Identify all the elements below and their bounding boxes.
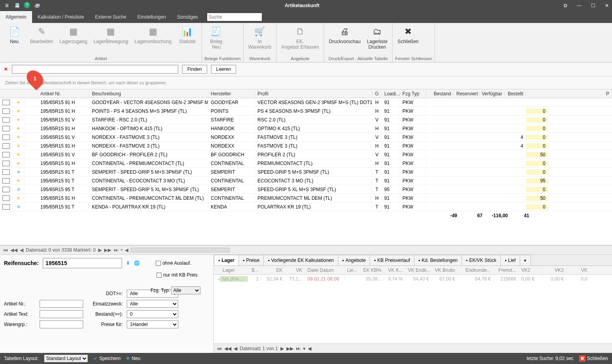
ribbon-statistik[interactable]: 📊Statistik: [175, 25, 199, 55]
search-row: ✕ Finden Leeren: [0, 63, 612, 76]
ribbon-lagerzugang[interactable]: ▦Lagerzugang: [57, 25, 90, 55]
maximize-icon[interactable]: ☐: [591, 3, 595, 8]
artikel-nr-input[interactable]: [40, 300, 83, 308]
table-row[interactable]: ☀195/65R15 91 VBF GOODRICH - PROFILER 2 …: [0, 150, 612, 159]
detail-record-bar: ⏮◀◀◀ Datensatz 1 von 1 ▶▶▶⏭ ▾ ◀: [214, 343, 612, 353]
tab-kalkulation[interactable]: Kalkulation / Preisliste: [32, 11, 90, 23]
tab-allgemein[interactable]: Allgemein: [0, 11, 32, 23]
flag-icon[interactable]: 🚑: [33, 2, 40, 9]
table-row[interactable]: ☀195/65R15 91 VSTARFIRE - RSC 2.0 (TL)ST…: [0, 116, 612, 124]
nav-scroll-left-icon[interactable]: ◀: [125, 247, 128, 253]
table-row[interactable]: ☀195/65R15 91 HCONTINENTAL - PREMIUMCONT…: [0, 194, 612, 203]
einsatz-select[interactable]: Alle: [127, 300, 178, 308]
detail-tab-preise[interactable]: ▪Preise: [238, 255, 264, 265]
ribbon-druckvorschau[interactable]: 🖨Druckvorschau: [326, 25, 363, 55]
ribbon: 📄Neu✎Bearbeiten▦Lagerzugang▦LagerBewegun…: [0, 23, 612, 63]
reifensuche-label: Reifensuche:: [4, 260, 39, 266]
ribbon-ek-angebot-erfassen[interactable]: 🗋EK.Angebot Erfassen: [279, 25, 321, 55]
clear-button[interactable]: Leeren: [211, 65, 236, 74]
table-row[interactable]: ❄195/65R15 91 TSEMPERIT - SPEED-GRIP 5 M…: [0, 168, 612, 176]
detail-tab-angebote[interactable]: ▪Angebote: [338, 255, 370, 265]
nav-prev-page-icon[interactable]: ◀◀: [10, 247, 17, 253]
detail-tabstrip: ▪Lager▪Preise▪Vorliegende EK Kalkulation…: [214, 255, 612, 266]
quick-icon-2[interactable]: 📇: [13, 2, 21, 9]
menu-search-input[interactable]: [207, 13, 262, 21]
globe-icon[interactable]: 🌐: [134, 260, 140, 266]
warengrp-input[interactable]: [40, 320, 83, 328]
window-title: Artikelauskunft: [40, 3, 564, 8]
titlebar: 🖥 📇 ? 🚑 Artikelauskunft ⧉ — ☐ ✕: [0, 0, 612, 11]
menubar: Allgemein Kalkulation / Preisliste Exter…: [0, 11, 612, 23]
last-search-text: letzte Suche: 9,02 sec: [527, 356, 574, 361]
quick-icon-1[interactable]: 🖥: [3, 2, 10, 9]
artikel-text-input[interactable]: [40, 310, 83, 318]
close-button[interactable]: ✖Schließen: [579, 355, 608, 362]
new-button[interactable]: ✚Neu: [126, 356, 140, 361]
main-grid: Artikel Nr. Beschreibung Hersteller Prof…: [0, 89, 612, 245]
nav-prev-icon[interactable]: ◀: [20, 247, 23, 253]
nav-last-icon[interactable]: ⏭: [114, 247, 118, 253]
ohne-auslauf-checkbox[interactable]: ohne Auslauf.: [156, 260, 191, 266]
grid-header: Artikel Nr. Beschreibung Hersteller Prof…: [0, 89, 612, 98]
nav-first-icon[interactable]: ⏮: [3, 247, 8, 253]
record-text: Datensatz 0 von 3338 Markiert: 0: [26, 247, 96, 253]
filter-icon[interactable]: ▾: [303, 346, 305, 351]
totals-row: -49 67 -116,00 41: [0, 211, 612, 220]
preise-select[interactable]: 1Handel: [127, 320, 178, 328]
table-row[interactable]: ❄195/65R15 95 TSEMPERIT - SPEED-GRIP 5 X…: [0, 185, 612, 194]
record-bar: ⏮ ◀◀ ◀ Datensatz 0 von 3338 Markiert: 0 …: [0, 245, 612, 255]
table-row[interactable]: ☀195/65R15 91 HPOINTS - PS 4 SEASONS M+S…: [0, 107, 612, 116]
h-scrollbar[interactable]: [131, 248, 230, 252]
bestand-select[interactable]: 0: [127, 310, 178, 318]
table-row[interactable]: ☀195/65R15 91 HHANKOOK - OPTIMO K 415 (T…: [0, 124, 612, 133]
table-row[interactable]: ☀195/65R15 91 HCONTINENTAL - PREMIUMCONT…: [0, 159, 612, 168]
ribbon-in-warenkorb[interactable]: 🛒InWarenkorb: [246, 25, 274, 55]
detail-tab-vorliegende-ek-kalkulationen[interactable]: ▪Vorliegende EK Kalkulationen: [263, 255, 338, 265]
ribbon-bearbeiten[interactable]: ✎Bearbeiten: [28, 25, 55, 55]
find-button[interactable]: Finden: [182, 65, 207, 74]
nav-next-icon[interactable]: ▶: [98, 247, 102, 253]
ribbon-neu[interactable]: 📄Neu: [2, 25, 26, 55]
close-icon[interactable]: ✕: [605, 3, 609, 8]
statusbar: Tabellen Layout: Standard Layout ✔Speich…: [0, 353, 612, 364]
minimize-icon[interactable]: —: [577, 3, 581, 8]
ribbon-lagerliste-drucken[interactable]: 🗂LagerlisteDrucken: [364, 25, 390, 55]
detail-row[interactable]: → tys (Fre...152,34 €73,1...09.02.21 08:…: [214, 275, 612, 283]
filter-panel: Reifensuche: ⬇ 🌐 ohne Auslauf. nur mit K…: [0, 255, 214, 353]
detail-tab-lager[interactable]: ▪Lager: [214, 255, 239, 265]
fzg-typ-select[interactable]: Alle: [171, 286, 200, 294]
ribbon-beleg-neu[interactable]: 🧾BelegNeu: [204, 25, 228, 55]
detail-tab-kd-bestellungen[interactable]: ▪Kd. Bestellungen: [414, 255, 462, 265]
tab-externe[interactable]: Externe Suche: [90, 11, 132, 23]
detail-tab-more[interactable]: ▾: [520, 255, 531, 265]
ribbon-lagerbewegung[interactable]: ▦LagerBewegung: [91, 25, 130, 55]
reifensuche-input[interactable]: [43, 258, 122, 268]
help-icon[interactable]: ?: [24, 2, 30, 8]
detail-tab-ek-vk-st-ck[interactable]: ▪EK/VK Stück: [461, 255, 501, 265]
detail-header: LagerB...EKVKDatei DatumLie...EK KB%VK K…: [214, 266, 612, 275]
tab-einstellungen[interactable]: Einstellungen: [132, 11, 172, 23]
restore-icon[interactable]: ⧉: [564, 3, 567, 8]
table-row[interactable]: ☀195/65R15 91 HNORDEXX - FASTMOVE 3 (TL)…: [0, 142, 612, 150]
table-row[interactable]: ☀195/65R15 91 VNORDEXX - FASTMOVE 3 (TL)…: [0, 133, 612, 142]
ribbon-lagerumbuchung[interactable]: ▦Lagerumbuchung: [132, 25, 174, 55]
download-icon[interactable]: ⬇: [126, 260, 130, 266]
tab-sonstiges[interactable]: Sonstiges: [172, 11, 204, 23]
table-row[interactable]: ☀195/65R15 91 TCONTINENTAL - ECOCONTACT …: [0, 176, 612, 185]
table-row[interactable]: ❄195/65R15 91 TKENDA - POLARTRAX KR 19 (…: [0, 203, 612, 211]
ribbon-schlie-en[interactable]: ✖Schließen: [395, 25, 421, 55]
detail-tab-lief[interactable]: ▪Lief: [500, 255, 520, 265]
nur-kb-preis-checkbox[interactable]: nur mit KB Preis: [156, 272, 210, 278]
group-by-row[interactable]: Ziehen Sie eine Spaltenüberschrift in di…: [0, 76, 612, 89]
clear-search-icon[interactable]: ✕: [4, 66, 8, 72]
save-button[interactable]: ✔Speichern: [93, 356, 120, 361]
table-row[interactable]: ☀195/65R15 91 HGOODYEAR - VECTOR 4SEASON…: [0, 98, 612, 107]
layout-select[interactable]: Standard Layout: [44, 355, 88, 362]
nav-next-page-icon[interactable]: ▶▶: [104, 247, 111, 253]
detail-tab-kb-preisverlauf[interactable]: ▪KB Preisverlauf: [370, 255, 414, 265]
